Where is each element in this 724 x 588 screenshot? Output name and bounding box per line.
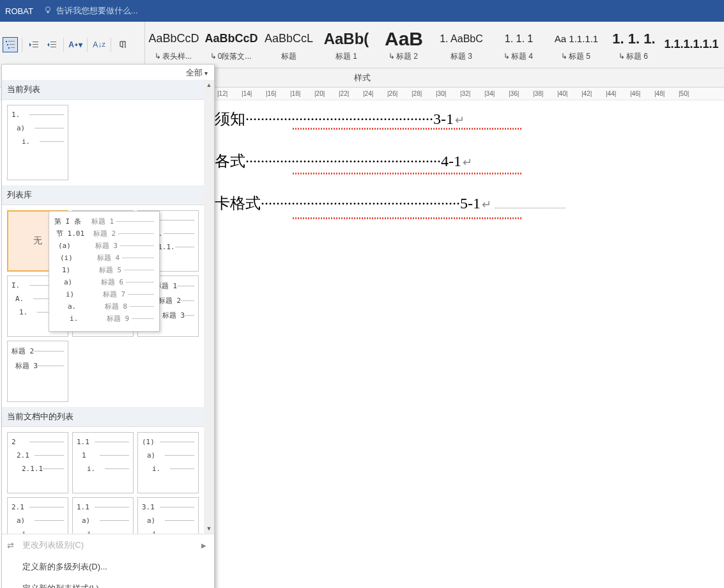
style-label: ↲0段落文... bbox=[212, 51, 252, 62]
svg-rect-5 bbox=[10, 44, 15, 45]
style-label: 标题 bbox=[281, 51, 297, 62]
paragraph-mark-icon: ↲ bbox=[390, 52, 395, 61]
doc-list-thumb-0[interactable]: 22.12.1.1 bbox=[7, 432, 68, 493]
paragraph-mark-icon: ↲ bbox=[212, 52, 217, 61]
ruler-mark: |50| bbox=[679, 90, 689, 97]
current-list-thumb[interactable]: 1.a)i. bbox=[7, 105, 68, 180]
ruler-mark: |28| bbox=[412, 90, 422, 97]
style-item-1[interactable]: AaBbCcD↲0段落文... bbox=[203, 23, 260, 66]
ribbon: A✦▾ A↓Z AaBbCcD↲表头样...AaBbCcD↲0段落文...AaB… bbox=[0, 22, 724, 68]
doc-list-thumb-1[interactable]: 1.11i. bbox=[72, 432, 134, 493]
submenu-arrow-icon: ▶ bbox=[201, 542, 206, 549]
style-item-6[interactable]: 1. 1. 1↲标题 4 bbox=[490, 23, 548, 66]
section-current-list-header: 当前列表 bbox=[2, 80, 214, 100]
list-library-thumb-5[interactable]: 标题 2标题 3 bbox=[7, 341, 68, 402]
style-item-8[interactable]: 1. 1. 1.↲标题 6 bbox=[605, 23, 663, 66]
separator bbox=[63, 38, 64, 52]
thumb-row: 1 bbox=[77, 451, 129, 460]
style-preview: AaBbCcD bbox=[204, 28, 258, 50]
paragraph-mark-icon: ↵ bbox=[482, 197, 491, 212]
ribbon-tab-acrobat[interactable]: ROBAT bbox=[5, 6, 33, 16]
doc-list-thumb-4[interactable]: 1.1a)i. bbox=[72, 497, 134, 534]
ruler-mark: |16| bbox=[266, 90, 276, 97]
style-preview: AaBbCcL bbox=[265, 28, 313, 50]
section-list-library-header: 列表库 bbox=[2, 185, 214, 205]
list-preview-tooltip: 第 I 条标题 1节 1.01标题 2(a)标题 3(i)标题 41)标题 5a… bbox=[49, 211, 160, 332]
style-item-7[interactable]: Aa 1.1.1.1↲标题 5 bbox=[548, 23, 605, 66]
svg-rect-2 bbox=[6, 41, 7, 42]
thumb-row: a) bbox=[12, 124, 64, 132]
ruler-mark: |32| bbox=[460, 90, 470, 97]
toc-page-ref: 3-1 bbox=[433, 111, 454, 128]
scroll-down-button[interactable]: ▼ bbox=[204, 523, 214, 534]
doc-list-thumb-5[interactable]: 3.1a)i. bbox=[137, 497, 199, 534]
toc-line[interactable]: 须知 ·····································… bbox=[215, 109, 724, 129]
doc-list-thumb-2[interactable]: (1)a)i. bbox=[137, 432, 199, 493]
style-item-5[interactable]: 1. AaBbC标题 3 bbox=[433, 23, 490, 66]
ruler-mark: |38| bbox=[533, 90, 543, 97]
scroll-up-button[interactable]: ▲ bbox=[204, 80, 214, 90]
svg-rect-13 bbox=[50, 47, 56, 47]
sort-button[interactable]: A↓Z bbox=[91, 37, 107, 52]
style-preview: 1. AaBbC bbox=[440, 28, 483, 50]
style-label: 标题 1 bbox=[335, 51, 357, 62]
define-multilevel-list-item[interactable]: 定义新的多级列表(D)... bbox=[2, 556, 214, 578]
filter-all-button[interactable]: 全部 bbox=[2, 65, 214, 80]
style-preview: AaB bbox=[385, 28, 423, 50]
toc-line[interactable]: 卡格式 ····································… bbox=[215, 193, 724, 213]
text-effects-button[interactable]: A✦▾ bbox=[68, 37, 83, 52]
document-body[interactable]: 须知 ·····································… bbox=[215, 109, 724, 235]
separator bbox=[87, 38, 88, 52]
thumb-row: 1.1 bbox=[77, 503, 129, 511]
thumb-row: i. bbox=[12, 530, 64, 534]
style-item-9[interactable]: 1.1.1.1.1.1 bbox=[663, 23, 720, 66]
ruler-mark: |34| bbox=[484, 90, 495, 97]
style-item-0[interactable]: AaBbCcD↲表头样... bbox=[145, 23, 203, 66]
thumb-row: 2.1 bbox=[12, 503, 64, 511]
style-label: ↲标题 2 bbox=[390, 51, 418, 62]
multilevel-list-button[interactable] bbox=[3, 37, 18, 52]
thumb-row: i. bbox=[77, 465, 129, 473]
toc-page-ref: 4-1 bbox=[441, 153, 461, 170]
doc-list-thumb-3[interactable]: 2.1a)i. bbox=[7, 497, 68, 534]
tooltip-level-row: 节 1.01标题 2 bbox=[54, 229, 154, 238]
svg-rect-7 bbox=[11, 47, 15, 48]
increase-indent-button[interactable] bbox=[44, 37, 59, 52]
dropdown-scrollbar[interactable]: ▲ ▼ bbox=[204, 80, 214, 534]
define-list-style-item[interactable]: 定义新的列表样式(L)... bbox=[2, 578, 214, 588]
dropdown-menu: ⇄ 更改列表级别(C) ▶ 定义新的多级列表(D)... 定义新的列表样式(L)… bbox=[2, 534, 214, 588]
thumb-row: a) bbox=[142, 451, 194, 460]
paragraph-mark-icon: ↵ bbox=[455, 113, 465, 127]
svg-rect-8 bbox=[33, 42, 38, 42]
ruler-mark: |48| bbox=[654, 90, 665, 97]
thumb-row: 3.1 bbox=[142, 503, 194, 511]
paragraph-mark-icon: ↲ bbox=[505, 52, 510, 61]
style-item-3[interactable]: AaBb(标题 1 bbox=[318, 23, 375, 66]
thumb-row: i. bbox=[142, 530, 194, 534]
style-item-2[interactable]: AaBbCcL标题 bbox=[260, 23, 318, 66]
thumb-row: 2.1.1 bbox=[12, 465, 64, 473]
style-preview: AaBbCcD bbox=[148, 28, 199, 50]
show-hide-marks-button[interactable] bbox=[115, 37, 130, 52]
toc-line[interactable]: 各式 ·····································… bbox=[215, 151, 724, 171]
svg-rect-3 bbox=[8, 41, 15, 42]
spellcheck-squiggle bbox=[291, 173, 521, 174]
style-preview: 1. 1. 1. bbox=[612, 28, 655, 50]
toc-leader: ········································… bbox=[245, 111, 433, 128]
style-label: ↲标题 6 bbox=[620, 51, 648, 62]
paragraph-mark-icon: ↲ bbox=[156, 52, 161, 61]
thumb-row: a) bbox=[12, 516, 64, 525]
style-label: 标题 3 bbox=[451, 51, 472, 62]
style-label: ↲表头样... bbox=[156, 51, 192, 62]
decrease-indent-button[interactable] bbox=[26, 37, 42, 52]
paragraph-mark-icon: ↵ bbox=[463, 155, 472, 169]
change-list-level-item: ⇄ 更改列表级别(C) ▶ bbox=[2, 534, 214, 556]
paragraph-mark-icon: ↲ bbox=[620, 52, 625, 61]
thumb-row: 1. bbox=[12, 111, 64, 119]
tell-me-search[interactable]: 告诉我您想要做什么... bbox=[43, 5, 138, 17]
style-label: ↲标题 5 bbox=[562, 51, 590, 62]
style-item-4[interactable]: AaB↲标题 2 bbox=[375, 23, 433, 66]
svg-rect-12 bbox=[50, 44, 56, 45]
ruler-mark: |46| bbox=[630, 90, 640, 97]
toc-entry-text: 卡格式 bbox=[215, 193, 261, 213]
